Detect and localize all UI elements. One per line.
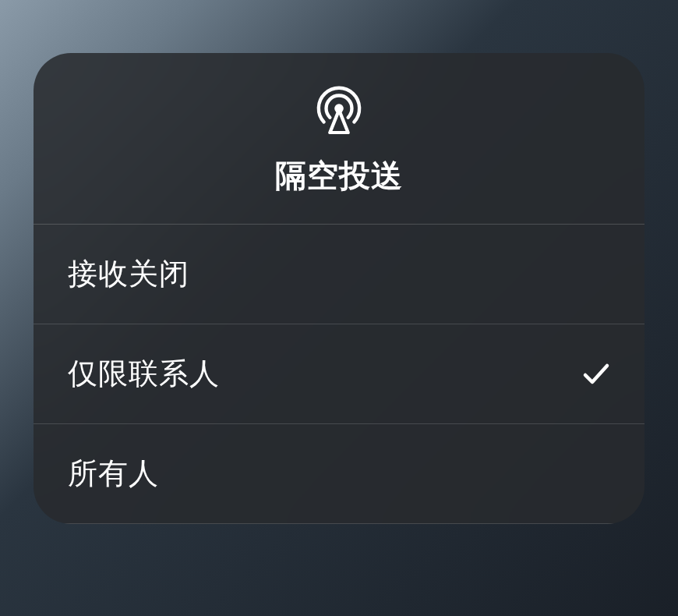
panel-header: 隔空投送 — [34, 53, 644, 225]
option-contacts-only[interactable]: 仅限联系人 — [34, 324, 644, 424]
option-label: 仅限联系人 — [68, 354, 220, 394]
option-label: 接收关闭 — [68, 254, 189, 294]
airdrop-options-list: 接收关闭 仅限联系人 所有人 — [34, 225, 644, 524]
airdrop-icon — [315, 86, 363, 134]
option-receiving-off[interactable]: 接收关闭 — [34, 225, 644, 324]
option-label: 所有人 — [68, 454, 159, 494]
panel-title: 隔空投送 — [275, 154, 403, 197]
checkmark-icon — [582, 360, 610, 388]
airdrop-settings-panel: 隔空投送 接收关闭 仅限联系人 所有人 — [34, 53, 644, 524]
option-everyone[interactable]: 所有人 — [34, 424, 644, 524]
